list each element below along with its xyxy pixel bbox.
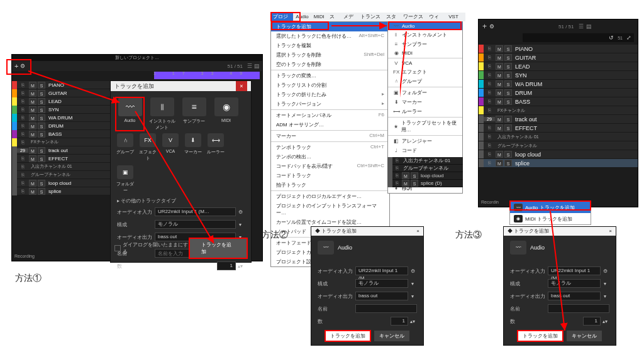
- menu-item[interactable]: スタジオ: [384, 13, 401, 21]
- solo-button[interactable]: S: [38, 155, 45, 162]
- track-type-vca[interactable]: VVCA: [161, 133, 180, 162]
- audio-input-select[interactable]: UR22mkII Input 1 (M…: [355, 266, 408, 275]
- audio-output-select[interactable]: bass out: [548, 292, 601, 300]
- solo-button[interactable]: S: [504, 160, 512, 167]
- submenu-item[interactable]: ⟷ルーラー: [388, 107, 462, 116]
- keep-open-checkbox[interactable]: ダイアログを開いたままにする: [114, 241, 189, 255]
- menu-item[interactable]: 選択したトラックに色を付ける…Alt+Shift+C: [271, 31, 389, 41]
- track-row[interactable]: ⎘FXチャンネル: [479, 106, 638, 115]
- count-stepper[interactable]: 1: [583, 317, 601, 326]
- track-row[interactable]: ⎘MSloop cloud: [479, 150, 638, 159]
- submenu-item[interactable]: VVCA: [388, 59, 462, 67]
- solo-button[interactable]: S: [38, 131, 45, 138]
- solo-button[interactable]: S: [504, 72, 512, 79]
- mute-button[interactable]: M: [496, 45, 503, 52]
- solo-button[interactable]: S: [504, 124, 512, 131]
- track-row[interactable]: ⎘MSSYN: [479, 71, 638, 80]
- solo-button[interactable]: S: [504, 80, 512, 87]
- close-icon[interactable]: ×: [236, 81, 247, 91]
- solo-button[interactable]: S: [38, 123, 45, 129]
- audio-input-select[interactable]: UR22mkII Input 1 (M…: [155, 207, 236, 216]
- solo-button[interactable]: S: [504, 151, 512, 158]
- mute-button[interactable]: M: [496, 151, 503, 158]
- menu-item[interactable]: トラックの折りたたみ▸: [271, 90, 389, 99]
- mute-button[interactable]: M: [29, 98, 36, 105]
- count-stepper[interactable]: 1: [217, 261, 236, 270]
- menu-item[interactable]: マーカーCtrl+M: [271, 131, 389, 141]
- track-type-フォルダー[interactable]: ▣フォルダー: [116, 165, 135, 194]
- menu-item[interactable]: プロジェクトのロジカルエディター…: [271, 192, 389, 201]
- toolbar-icon[interactable]: ⤢: [626, 35, 631, 41]
- track-type-ルーラー[interactable]: ⟷ルーラー: [206, 133, 225, 162]
- config-select[interactable]: モノラル: [355, 279, 408, 288]
- audio-output-select[interactable]: bass out: [355, 292, 408, 300]
- menu-item[interactable]: VST Cloud: [446, 13, 465, 21]
- mute-button[interactable]: M: [29, 188, 36, 195]
- submenu-item[interactable]: ⑃グループ: [388, 77, 462, 86]
- name-input[interactable]: [355, 304, 417, 313]
- mute-button[interactable]: M: [29, 106, 36, 113]
- submenu-item[interactable]: ⫴インストゥルメント: [388, 30, 462, 40]
- track-type-グループ[interactable]: ⑃グループ: [116, 133, 135, 162]
- toolbar-icon[interactable]: ☰: [579, 23, 584, 30]
- track-row[interactable]: ⎘MSEFFECT: [479, 124, 638, 133]
- submenu-item[interactable]: ⬇マーカー: [388, 97, 462, 107]
- solo-button[interactable]: S: [38, 188, 45, 195]
- mute-button[interactable]: M: [29, 147, 36, 154]
- mute-button[interactable]: M: [496, 63, 503, 70]
- menu-item[interactable]: MIDI: [311, 13, 327, 21]
- solo-button[interactable]: S: [38, 114, 45, 121]
- solo-button[interactable]: S: [38, 90, 45, 97]
- menu-item[interactable]: テンポトラックCtrl+T: [271, 143, 389, 152]
- gear-icon[interactable]: ⚙: [601, 268, 609, 274]
- submenu-item[interactable]: ★トラックプリセットを使用…: [388, 118, 462, 134]
- cancel-button[interactable]: キャンセル: [374, 331, 409, 341]
- submenu-item[interactable]: FXエフェクト: [388, 67, 462, 77]
- submenu-item[interactable]: ◧アレンジャー: [388, 136, 462, 146]
- solo-button[interactable]: S: [504, 63, 512, 70]
- other-types-expander[interactable]: ▸ その他のトラックタイプ: [111, 196, 251, 206]
- solo-button[interactable]: S: [38, 147, 45, 154]
- context-item[interactable]: ◉MIDI トラックを追加: [510, 213, 591, 224]
- add-track-button[interactable]: トラックを追加: [189, 238, 247, 258]
- close-icon[interactable]: ×: [416, 227, 419, 236]
- toolbar-icon[interactable]: ☰: [247, 63, 252, 69]
- gear-icon[interactable]: ⚙: [408, 268, 417, 274]
- cancel-button[interactable]: キャンセル: [567, 331, 602, 341]
- add-track-button[interactable]: トラックを追加: [325, 331, 370, 341]
- menu-item[interactable]: 拍子トラック: [271, 180, 389, 190]
- track-row[interactable]: ⎘MSsplice (D): [387, 180, 463, 187]
- track-type-インストゥルメント[interactable]: ⫴インストゥルメント: [148, 97, 176, 131]
- mute-button[interactable]: M: [29, 82, 36, 89]
- track-row[interactable]: ⎘MSGUITAR: [479, 53, 638, 62]
- toolbar-icon[interactable]: ▤: [254, 63, 260, 69]
- mute-button[interactable]: M: [29, 131, 36, 138]
- track-row[interactable]: 29MStrack out: [479, 115, 638, 124]
- menu-item[interactable]: オートメーションパネルF6: [271, 111, 389, 120]
- mute-button[interactable]: M: [496, 124, 503, 131]
- mute-button[interactable]: M: [496, 98, 503, 105]
- toolbar-icon[interactable]: ▤: [586, 23, 592, 30]
- track-type-audio[interactable]: 〰Audio: [116, 97, 144, 131]
- solo-button[interactable]: S: [504, 54, 512, 61]
- toolbar-icon[interactable]: ↺: [609, 35, 614, 41]
- track-row[interactable]: ⎘入出力チャンネル 01: [479, 133, 638, 141]
- plus-icon[interactable]: +: [482, 22, 487, 31]
- mute-button[interactable]: M: [29, 155, 36, 162]
- mute-button[interactable]: M: [496, 72, 503, 79]
- menu-item[interactable]: 選択トラックを削除Shift+Del: [271, 50, 389, 60]
- menu-item[interactable]: プロジェクトのインプットトランスフォーマー…: [271, 201, 389, 217]
- menu-item[interactable]: ウィンドウ: [426, 13, 447, 21]
- solo-button[interactable]: S: [38, 82, 45, 89]
- track-row[interactable]: ⎘MSWA DRUM: [479, 80, 638, 89]
- audio-input-select[interactable]: UR22mkII Input 1 (M…: [548, 266, 601, 275]
- solo-button[interactable]: S: [504, 116, 512, 123]
- mute-button[interactable]: M: [29, 90, 36, 97]
- solo-button[interactable]: S: [504, 45, 512, 52]
- menu-item[interactable]: カーソル位置でタイムコードを設定…: [271, 217, 389, 227]
- mute-button[interactable]: M: [496, 54, 503, 61]
- menu-item[interactable]: トラックを複製: [271, 41, 389, 50]
- solo-button[interactable]: S: [38, 106, 45, 113]
- submenu-item[interactable]: ≡サンプラー: [388, 40, 462, 49]
- gear-icon[interactable]: ⚙: [236, 209, 245, 215]
